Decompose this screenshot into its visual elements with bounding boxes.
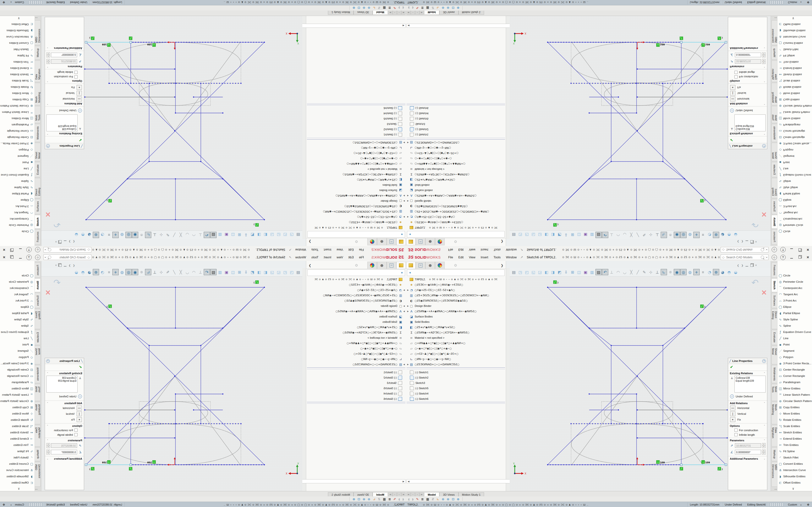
palette-tool[interactable]: ⇢ Extend Entities [777,436,812,442]
tab-nav-icon[interactable]: ≫ [388,492,393,497]
section-add-relations[interactable]: Add Relations⌃ [728,102,767,107]
angle-field[interactable]: 0.00000000° [51,450,77,454]
search-icon[interactable] [48,248,51,251]
doc-prev-icon[interactable]: ❮ [73,240,75,243]
command-tab[interactable]: Features [771,229,777,244]
user-account-icon[interactable]: ☺ [772,247,777,252]
toolbar-icon[interactable]: ⊥ [152,269,158,275]
sketch-row[interactable]: (-) Sketch5 [307,116,406,121]
motion-tool-icon[interactable]: ◖ [402,497,404,501]
expand-arrow-icon[interactable]: ▶ [406,363,409,365]
search-input[interactable] [52,248,86,252]
palette-tool[interactable]: ◗ Silhouette Entities [777,27,812,34]
motion-tool-icon[interactable]: ≣ [388,497,391,501]
toolbar-icon[interactable]: ◍ [119,269,125,275]
motion-tool-icon[interactable]: ◗ [412,497,414,501]
toolbar-icon[interactable]: ◓ [80,232,86,238]
toolbar-icon[interactable]: ╳ [177,232,184,238]
document-window-controls[interactable]: ❮ ❯ × [737,240,757,243]
palette-tool[interactable]: ⇢ Extend Entities [0,436,35,442]
section-existing-relations[interactable]: Existing Relations⌃ [728,132,767,136]
command-tab[interactable]: Data Migration [35,60,41,82]
palette-tool[interactable]: ◠ Tangent Arc [0,210,35,216]
palette-tool[interactable]: ✂ Trim Entities [777,59,812,65]
palette-tool[interactable]: ◗ Silhouette Entities [0,27,35,34]
motion-tool-icon[interactable]: ◖ [402,6,404,10]
section-parameters[interactable]: Parameters⌃ [728,65,767,69]
motion-tool-icon[interactable]: ⊚ [367,497,370,501]
toolbar-icon[interactable]: ◓ [726,232,732,238]
ellipse-small[interactable] [604,401,673,424]
tree-row[interactable]: ▶ A ○Ƨ5ИΝ◉∘+Α+◉ИΝΑ○∘○ΑΝИ◉+Α+∘◉ΝИ5Ƨ○ [307,193,406,199]
tree-expand-icon[interactable]: ❯ [309,264,311,267]
minimize-button[interactable] [788,255,795,260]
tree-row[interactable]: ▶ ★ ○Ƨ5ƷЄ+∘◉ΛΑΦ○∘○ΦΑΛ◉∘+ЄƷ5Ƨ○ [406,282,505,287]
doc-next-icon[interactable]: ❯ [69,240,70,243]
command-tab[interactable]: Evaluate [35,162,41,177]
restore-button[interactable] [796,255,803,260]
tree-row[interactable]: ▶ Σ ○Ƨ5ИΝ◉∘+ΑΩ³ƷЄ○∘○ЄƷ³ΩΑ+∘◉ΝИ5Ƨ○ [307,330,406,335]
tab-nav-icon[interactable]: ‹ [411,10,415,15]
length-field[interactable]: 10.88152731 [735,443,761,448]
toolbar-icon[interactable]: ⊥ [654,269,660,275]
toolbar-icon[interactable]: ↶ [204,232,210,238]
palette-tool[interactable]: ◎ Perimeter Circle [0,222,35,228]
toolbar-icon[interactable]: ◔ [99,232,106,238]
search-icon[interactable] [761,248,764,251]
toolbar-icon[interactable]: ◲ [269,269,275,275]
doc-prev-icon[interactable]: ❮ [73,264,75,267]
palette-tool[interactable]: ⌓ 3 Point Arc [0,203,35,210]
command-tab[interactable]: Weldments [35,124,41,142]
add-relation-row[interactable]: — Horizontal [45,405,84,411]
command-tab[interactable]: Sketch [35,215,41,229]
tree-row[interactable]: ▶ ◐ ○Ƨ5◉Ƨ5ИΝƷЄ5Ƨ○∘○Ƨ5ƷЄΝИ5Ƨ◉♟5Ƨ○ [307,298,406,303]
command-tab[interactable]: Mold Tools [771,384,777,401]
palette-tool[interactable]: ◇ Polygon [0,147,35,153]
doc-minimize-icon[interactable] [746,264,748,267]
tree-splitter[interactable] [406,402,505,404]
tab-displaymanager[interactable] [367,262,377,269]
palette-tool[interactable]: ◗ Silhouette Entities [0,473,35,480]
construction-triangle[interactable] [109,42,240,131]
palette-tool[interactable]: ⌓ 3 Point Arc [0,297,35,304]
document-window-controls[interactable]: ❮ ❯ × [737,264,757,267]
motion-tool-icon[interactable]: ⊛ [363,6,365,10]
tree-row[interactable]: ▶ ≡ Material < not specified > [307,335,406,340]
grid-toggle-icon[interactable]: ❖ [807,1,810,4]
tree-row[interactable]: ▶ ▤ ○Ƨ5ƷЄИΝΑΩ+○∘○+ΩΑΝИЄƷ5Ƨ○ [307,140,406,145]
checkbox[interactable] [734,71,738,74]
palette-tool[interactable]: ╱ Line [0,335,35,341]
toolbar-icon[interactable]: ◲ [537,232,543,238]
construction-triangle[interactable] [572,376,703,465]
tree-row[interactable]: ▶ ≡ Material < not specified > [307,167,406,172]
close-button[interactable]: × [804,247,812,252]
tree-row[interactable]: ▶ ▥ ○Ƨ5+ƷЄƧ5○ИΝ◉∘+ƆƐЄΝƷЄƧ5○∘○Ƨ5ƷЄΝЄƐƆ+∘◉… [307,293,406,298]
command-tab[interactable]: Features [771,263,777,278]
expand-arrow-icon[interactable]: ▶ [403,216,406,218]
tree-row[interactable]: ▶ ◧ ○Ƨ5∗υ*◉ΑΜ○∘○ΜΑ◉*υ∗5Ƨ○ [406,177,505,182]
sketch-row[interactable]: (-) Sketch2 [406,127,505,132]
tree-row[interactable]: ▶ Σ ○Ƨ5ИΝ◉∘+ΑΩ³ƷЄ○∘○ЄƷ³ΩΑ+∘◉ΝИ5Ƨ○ [307,172,406,177]
motion-tool-icon[interactable]: ⊕ [353,6,355,10]
toolbar-icon[interactable]: ╱ [171,232,177,238]
toolbar-icon[interactable]: ◩ [249,269,256,275]
tree-row[interactable]: ▶ ≡ Material < not specified > [406,167,505,172]
palette-tool[interactable]: ƒ Equation Driven Curve [777,172,812,178]
search-box[interactable]: ◇ ▾ [721,255,768,260]
sketch-row[interactable]: (-) Sketch6 [307,396,406,401]
toolbar-icon[interactable]: ⊥ [609,232,615,238]
angle-field[interactable]: 0.00000000° [735,450,761,454]
tab-overflow-icon[interactable]: ⁞ [35,488,41,491]
command-tab[interactable]: Weldments [35,365,41,383]
tree-expand-icon[interactable]: ❯ [309,240,311,243]
menu-item[interactable]: View [335,255,345,260]
tree-row[interactable]: ▶ ◧ ○Ƨ5∗υ*◉ΑΜ○∘○ΜΑ◉*υ∗5Ƨ○ [307,325,406,330]
palette-tool[interactable]: ∿ Fit Spline [0,448,35,454]
palette-tool[interactable]: ▪ Point [0,341,35,348]
relations-listbox[interactable]: ⊥Collinear108 Equal length109 [734,376,766,393]
command-tab[interactable]: Mesh Modeling [771,83,777,105]
palette-tool[interactable]: ◯ Circle [777,228,812,235]
toolbar-icon[interactable]: ◰ [524,232,530,238]
option-row[interactable]: For construction [45,428,84,433]
palette-tool[interactable]: ⌒ Centerpoint Arc [0,285,35,291]
